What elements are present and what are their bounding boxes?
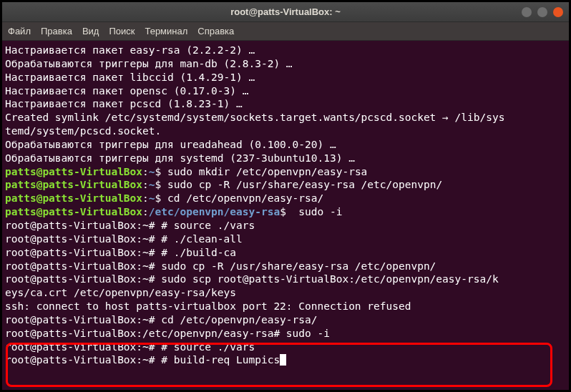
terminal-window: root@patts-VirtualBox: ~ Файл Правка Вид… [2,2,569,390]
window-title: root@patts-VirtualBox: ~ [230,6,341,17]
terminal-line: Настраивается пакет opensc (0.17.0-3) … [5,84,566,98]
terminal-line: Настраивается пакет pcscd (1.8.23-1) … [5,97,566,111]
terminal-line: Настраивается пакет easy-rsa (2.2.2-2) … [5,44,566,57]
terminal-line: eys/ca.crt /etc/openvpn/easy-rsa/keys [5,286,566,300]
terminal-line: root@patts-VirtualBox:/etc/openvpn/easy-… [5,327,566,340]
terminal-line: root@patts-VirtualBox:~# cd /etc/openvpn… [5,313,566,327]
cursor [280,354,286,366]
terminal-line: root@patts-VirtualBox:~# # source ./vars [5,340,566,354]
terminal-line: root@patts-VirtualBox:~# # ./build-ca [5,246,566,260]
terminal-line: Настраивается пакет libccid (1.4.29-1) … [5,71,566,84]
terminal-line: root@patts-VirtualBox:~# # source ./vars [5,219,566,232]
terminal-line: ssh: connect to host patts-virtualbox po… [5,300,566,313]
menu-edit[interactable]: Правка [41,26,72,36]
terminal-line: patts@patts-VirtualBox:~$ cd /etc/openvp… [5,192,566,205]
minimize-button[interactable] [522,7,532,17]
terminal-line: Обрабатываются триггеры для man-db (2.8.… [5,57,566,71]
titlebar: root@patts-VirtualBox: ~ [2,2,569,22]
terminal-line: root@patts-VirtualBox:~# # build-req Lum… [5,353,566,367]
window-controls [522,7,563,17]
close-button[interactable] [553,7,563,17]
terminal-line: temd/system/pcscd.socket. [5,124,566,138]
maximize-button[interactable] [537,7,547,17]
terminal-line: root@patts-VirtualBox:~# sudo scp root@p… [5,273,566,286]
terminal-line: patts@patts-VirtualBox:~$ sudo mkdir /et… [5,165,566,179]
menubar: Файл Правка Вид Поиск Терминал Справка [2,22,569,41]
terminal-line: patts@patts-VirtualBox:/etc/openvpn/easy… [5,205,566,219]
terminal-line: root@patts-VirtualBox:~# # ./clean-all [5,232,566,246]
terminal-line: Обрабатываются триггеры для systemd (237… [5,152,566,165]
terminal-output[interactable]: Настраивается пакет easy-rsa (2.2.2-2) …… [2,41,569,390]
terminal-line: Created symlink /etc/systemd/system/sock… [5,111,566,124]
terminal-line: root@patts-VirtualBox:~# sudo cp -R /usr… [5,260,566,273]
menu-help[interactable]: Справка [197,26,234,36]
menu-terminal[interactable]: Терминал [145,26,187,36]
menu-file[interactable]: Файл [8,26,31,36]
terminal-line: patts@patts-VirtualBox:~$ sudo cp -R /us… [5,178,566,192]
menu-search[interactable]: Поиск [109,26,135,36]
terminal-line: Обрабатываются триггеры для ureadahead (… [5,138,566,152]
menu-view[interactable]: Вид [82,26,99,36]
